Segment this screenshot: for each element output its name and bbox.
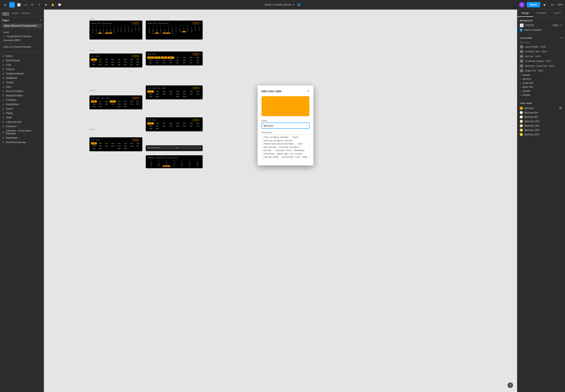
layer-radiobutton[interactable]: ⊞ RadioButton: [0, 102, 44, 107]
layer-checkbox[interactable]: ⊞ Checkbox: [0, 98, 44, 102]
frame-icon[interactable]: ⬜: [16, 2, 22, 8]
layer-multiviewcalendar[interactable]: ⊞ MultiViewCalendar: [0, 140, 44, 144]
color-dot-25: [520, 133, 523, 136]
group-window[interactable]: ▶ Window: [520, 77, 563, 81]
style-name-2: CheckBox Text · 16/18: [525, 50, 563, 53]
share-button[interactable]: Share: [527, 2, 540, 7]
visibility-icon[interactable]: 👁: [560, 24, 563, 27]
help-button[interactable]: ?: [508, 382, 513, 388]
calendar-month-right: 2020 - 2021 ‹ TODAY › JAN FEB MAR APR JA…: [146, 52, 203, 66]
select-icon[interactable]: ↖: [9, 2, 15, 8]
comment-icon[interactable]: 💬: [57, 2, 62, 8]
page-item-components[interactable]: ✓ Components & Variants: [2, 34, 42, 38]
color-sort-icon[interactable]: [558, 107, 563, 110]
show-exports-label: Show in exports: [524, 28, 541, 31]
color-name-25: $primary-25%: [524, 133, 539, 136]
add-style-icon[interactable]: +: [561, 36, 563, 40]
layer-chiplist[interactable]: ⊞ ChipList: [0, 67, 44, 71]
style-badge[interactable]: Ag Badge Text · 10/12: [520, 68, 563, 73]
page-item-base[interactable]: _Base (Structural Components): [2, 24, 42, 28]
zoom-level[interactable]: 54%: [557, 3, 563, 6]
color-name-8: $primary-8%: [524, 116, 538, 118]
accessibility-icon[interactable]: A?: [550, 2, 555, 8]
shape-icon[interactable]: ▭: [23, 2, 28, 8]
layer-toolbar[interactable]: ⊞ Toolbar: [0, 80, 44, 85]
toolbar-center: Drafts / LCARS_Kendo ▼ 🌐: [190, 3, 375, 6]
tab-inspect[interactable]: Inspect: [549, 10, 565, 17]
layer-button[interactable]: ⊞ Button: [0, 54, 44, 58]
layer-buttongroup[interactable]: ⊞ ButtonGroup: [0, 58, 44, 63]
color-primary-4[interactable]: $primary-4%: [520, 110, 563, 115]
breadcrumb[interactable]: Drafts / LCARS_Kendo: [265, 3, 291, 6]
layers-list: ⊞ Button ⊞ ButtonGroup ⊞ Chip ⊞ ChipList…: [0, 53, 44, 392]
toolbar: ⊞ ↖ ⬜ ▭ ✒ T ❖ ✋ 💬 Drafts / LCARS_Kendo ▼…: [0, 0, 565, 10]
layer-splitbutton[interactable]: ⊞ SplitButton: [0, 76, 44, 80]
layer-dropdownbutton[interactable]: ⊞ DropDownButton: [0, 71, 44, 76]
page-item-icons[interactable]: Icons: [2, 30, 42, 34]
modal-close-button[interactable]: ×: [307, 89, 310, 93]
tab-layers[interactable]: Layers: [2, 11, 9, 15]
tab-assets[interactable]: Assets: [12, 11, 19, 15]
tab-design[interactable]: Design: [517, 10, 533, 17]
group-small-text[interactable]: ▶ Small Text: [520, 81, 563, 85]
style-timepicker[interactable]: Ag TimePicker-Header · 10/15: [520, 59, 563, 63]
text-icon[interactable]: T: [36, 2, 42, 8]
layer-datepicker[interactable]: ⊞ DatePicker: [0, 136, 44, 140]
group-header[interactable]: ▶ Header: [520, 89, 563, 93]
style-layout-helper[interactable]: Ag Layout Helper · 10/16: [520, 44, 563, 49]
style-scheduler[interactable]: Ag Scheduler - Event Text · 14/17: [520, 63, 563, 68]
pen-icon[interactable]: ✒: [29, 2, 35, 8]
avatar: K: [519, 2, 525, 8]
play-icon[interactable]: ▶: [542, 2, 548, 8]
name-input[interactable]: [262, 123, 310, 129]
canvas[interactable]: 720 px 720 px 720 px 720 px January 2021…: [44, 10, 517, 392]
layer-numerictextbox[interactable]: ⊞ NumericTextBox: [0, 89, 44, 93]
color-primary-12[interactable]: $primary-12%: [520, 119, 563, 124]
group-display[interactable]: ▶ Display: [520, 93, 563, 97]
color-primary[interactable]: $primary: [520, 106, 563, 110]
dateinput-strip: MONTH/DAY/YEAR MON: [146, 145, 203, 151]
modal-header: Edit color style ×: [262, 89, 310, 93]
color-primary-20[interactable]: $primary-20%: [520, 128, 563, 132]
description-textarea[interactable]: flat primary button - text; outline prim…: [262, 134, 310, 158]
show-exports-checkbox[interactable]: ✓: [520, 28, 523, 31]
layer-labelandhint[interactable]: ⊞ Label and Hint: [0, 120, 44, 124]
sidebar-tabs: Layers Assets Compon...: [0, 10, 44, 17]
layer-calendar[interactable]: ⊞ Calendar - Construction Elements: [0, 128, 44, 136]
color-dot-20: [520, 128, 523, 132]
dropdown-icon[interactable]: ▼: [293, 4, 295, 6]
add-page-button[interactable]: +: [40, 19, 42, 22]
color-primary-16[interactable]: $primary-16%: [520, 124, 563, 128]
color-name-16: $primary-16%: [524, 124, 539, 127]
group-name-drawer: Drawer: [523, 74, 530, 76]
group-base-text[interactable]: ▶ Base Text: [520, 85, 563, 89]
style-checkbox-text[interactable]: Ag CheckBox Text · 16/18: [520, 49, 563, 54]
layer-input[interactable]: ⊞ Input: [0, 85, 44, 89]
layer-chip[interactable]: ⊞ Chip: [0, 63, 44, 67]
tab-prototype[interactable]: Prototype: [533, 10, 549, 17]
hand-icon[interactable]: ✋: [50, 2, 56, 8]
tab-components[interactable]: Compon...: [21, 11, 32, 15]
component-icon[interactable]: ❖: [43, 2, 49, 8]
edit-color-modal: Edit color style × Name Description flat…: [257, 85, 313, 166]
frame-label-3: 720 px: [89, 89, 95, 91]
color-primary-25[interactable]: $primary-25%: [520, 132, 563, 137]
globe-icon[interactable]: 🌐: [297, 3, 300, 6]
page-item-scenarios[interactable]: Scenarios [WIP]: [2, 38, 42, 42]
style-hint-text[interactable]: Ag Hint Text · 12/17: [520, 54, 563, 59]
layer-switch[interactable]: ⊞ Switch: [0, 107, 44, 111]
page-item-unite[interactable]: Unite UX (Export Preview): [2, 45, 42, 49]
color-primary-8[interactable]: $primary-8%: [520, 115, 563, 119]
layer-maskedtextbox[interactable]: ⊞ MaskedTextBox: [0, 93, 44, 98]
layer-dateinput[interactable]: ⊞ DateInput: [0, 124, 44, 128]
color-styles-title: Color styles: [520, 102, 563, 104]
style-name-6: Badge Text · 10/12: [525, 70, 563, 72]
group-drawer[interactable]: ▶ Drawer: [520, 73, 563, 77]
bg-color-preview[interactable]: [520, 23, 524, 27]
menu-icon[interactable]: ⊞: [2, 2, 8, 8]
local-styles-title: Local styles +: [520, 36, 563, 40]
calendar-small-bottom: 1/26/2021 · January 2021 - February 2021…: [146, 155, 203, 168]
layer-slider[interactable]: ⊞ Slider: [0, 115, 44, 120]
layer-rating[interactable]: ⊞ Rating: [0, 111, 44, 115]
frame-label-4: 720 px: [89, 128, 95, 130]
